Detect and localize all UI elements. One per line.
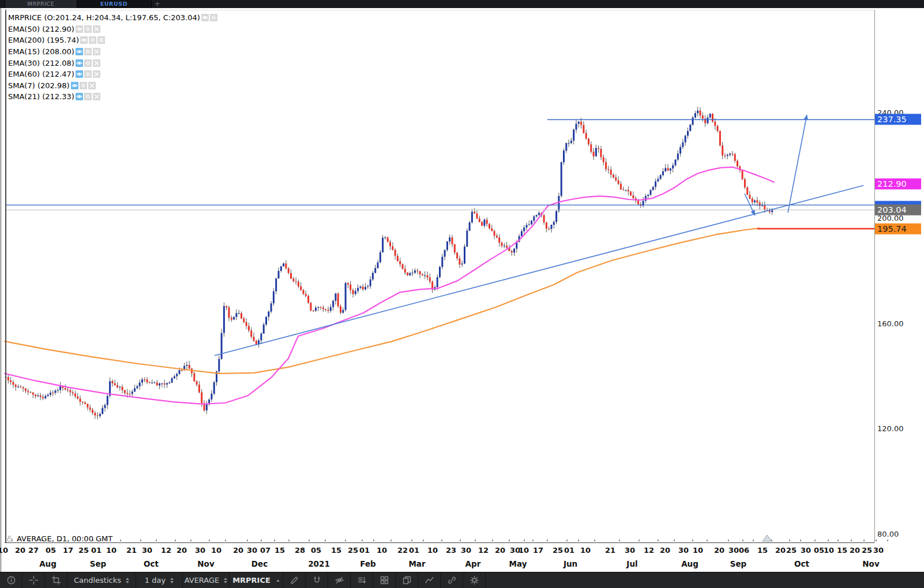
stepper-icon xyxy=(126,578,129,583)
eye-off-icon xyxy=(335,575,344,585)
gear-icon[interactable] xyxy=(84,25,92,33)
date-tick-label: 10 xyxy=(824,546,834,555)
line-tools-button[interactable] xyxy=(418,572,441,588)
axis-marker-triangle[interactable] xyxy=(763,535,772,541)
date-tick-label: 21 xyxy=(126,546,137,555)
gear-icon[interactable] xyxy=(80,82,87,89)
gear-icon xyxy=(469,575,479,585)
eye-icon[interactable] xyxy=(76,93,83,100)
eye-icon[interactable] xyxy=(76,48,83,55)
close-icon[interactable] xyxy=(93,59,100,67)
price-tag-203.04: 203.04 xyxy=(875,205,921,216)
axis-tick-mark xyxy=(728,540,729,541)
ema200-line[interactable] xyxy=(5,228,759,374)
axis-tick-mark xyxy=(828,540,829,541)
magnet-button[interactable] xyxy=(306,572,328,588)
axis-tick-mark xyxy=(674,540,675,541)
hide-drawings-button[interactable] xyxy=(328,572,351,588)
time-axis-border[interactable] xyxy=(5,542,874,543)
unlock-icon[interactable] xyxy=(6,534,14,545)
eye-icon[interactable] xyxy=(201,14,209,21)
axis-tick-mark xyxy=(325,540,326,541)
gear-icon[interactable] xyxy=(84,70,92,78)
axis-tick-mark xyxy=(156,540,157,541)
date-tick-label: 10 xyxy=(211,546,221,555)
legend-row: EMA(15) (208.00) xyxy=(8,46,217,58)
gear-icon[interactable] xyxy=(210,14,217,21)
axis-tick-mark xyxy=(509,540,510,541)
gear-icon[interactable] xyxy=(84,59,92,67)
close-icon[interactable] xyxy=(97,36,105,44)
price-tick-label: 120.00 xyxy=(877,424,904,433)
eye-icon[interactable] xyxy=(76,59,83,67)
eye-icon[interactable] xyxy=(80,36,88,44)
close-icon[interactable] xyxy=(88,82,96,89)
month-label: Sep xyxy=(730,559,747,568)
timeframe-select[interactable]: 1 day xyxy=(136,572,183,588)
close-icon[interactable] xyxy=(93,93,100,100)
eye-icon[interactable] xyxy=(76,25,83,33)
link-charts-button[interactable] xyxy=(441,572,463,588)
price-source-select[interactable]: AVERAGE xyxy=(183,572,230,588)
axis-tick-mark xyxy=(225,540,226,541)
crop-button[interactable] xyxy=(45,572,67,588)
close-icon[interactable] xyxy=(93,48,100,55)
date-tick-label: 05 xyxy=(311,546,321,555)
price-tag-237.35: 237.35 xyxy=(875,114,921,125)
eye-icon[interactable] xyxy=(76,70,83,78)
axis-tick-mark xyxy=(532,540,534,541)
month-label: Aug xyxy=(681,559,698,568)
date-tick-label: 23 xyxy=(446,546,456,555)
sort-icon xyxy=(357,575,367,585)
axis-tick-mark xyxy=(261,540,262,541)
curve-icon xyxy=(425,575,434,585)
eye-icon[interactable] xyxy=(71,82,78,89)
axis-tick-mark xyxy=(594,540,595,541)
price-axis-border[interactable] xyxy=(874,10,875,542)
date-tick-label: 30 xyxy=(678,546,689,555)
layout-grid-button[interactable] xyxy=(373,572,396,588)
gear-icon[interactable] xyxy=(84,93,92,100)
axis-tick-mark xyxy=(345,540,346,541)
date-tick-label: 15 xyxy=(837,546,847,555)
collapse-up-icon xyxy=(276,579,280,582)
stepper-icon xyxy=(224,578,227,583)
price-source-select-label: AVERAGE xyxy=(185,576,220,585)
month-label: Nov xyxy=(862,559,879,568)
date-tick-label: 20 xyxy=(15,546,25,555)
axis-tick-mark xyxy=(638,540,640,541)
legend-row-label: SMA(21) (212.33) xyxy=(8,92,74,101)
settings-button[interactable] xyxy=(463,572,486,588)
date-tick-label: 20 xyxy=(495,546,505,555)
legend-row-label: EMA(60) (212.47) xyxy=(8,70,74,78)
month-label: Aug xyxy=(39,559,57,568)
close-icon[interactable] xyxy=(93,70,100,78)
ascending-trendline[interactable] xyxy=(215,186,863,356)
date-tick-label: 05 xyxy=(46,546,56,555)
axis-tick-mark xyxy=(362,540,363,541)
symbol-panel-button[interactable]: MRPRICE xyxy=(230,572,283,588)
date-tick-label: 15 xyxy=(275,546,285,555)
date-tick-label: 25 xyxy=(348,546,358,555)
trading-app-window: MRPRICEEURUSD+ MRPRICE (O:201.24, H:204.… xyxy=(0,0,924,588)
legend-row-label: MRPRICE (O:201.24, H:204.34, L:197.65, C… xyxy=(8,13,200,22)
axis-tick-mark xyxy=(120,540,121,541)
date-tick-label: 25 xyxy=(862,546,872,555)
chart-type-select[interactable]: Candlesticks xyxy=(67,572,136,588)
info-button[interactable] xyxy=(0,572,22,588)
legend-row-label: EMA(30) (212.08) xyxy=(8,59,74,67)
date-tick-label: 22 xyxy=(397,546,408,555)
draw-button[interactable] xyxy=(283,572,306,588)
crosshair-button[interactable] xyxy=(22,572,45,588)
close-icon[interactable] xyxy=(93,25,100,33)
chart-type-select-label: Candlesticks xyxy=(74,576,121,585)
duplicate-chart-button[interactable] xyxy=(396,572,418,588)
ema50-line[interactable] xyxy=(5,167,774,404)
gear-icon[interactable] xyxy=(89,36,96,44)
date-tick-label: 17 xyxy=(63,546,73,555)
left-outer-border xyxy=(1,8,1,572)
projection-arrow-up[interactable] xyxy=(788,115,808,213)
crosshair-icon xyxy=(29,575,39,585)
sort-button[interactable] xyxy=(351,572,373,588)
gear-icon[interactable] xyxy=(84,48,92,55)
